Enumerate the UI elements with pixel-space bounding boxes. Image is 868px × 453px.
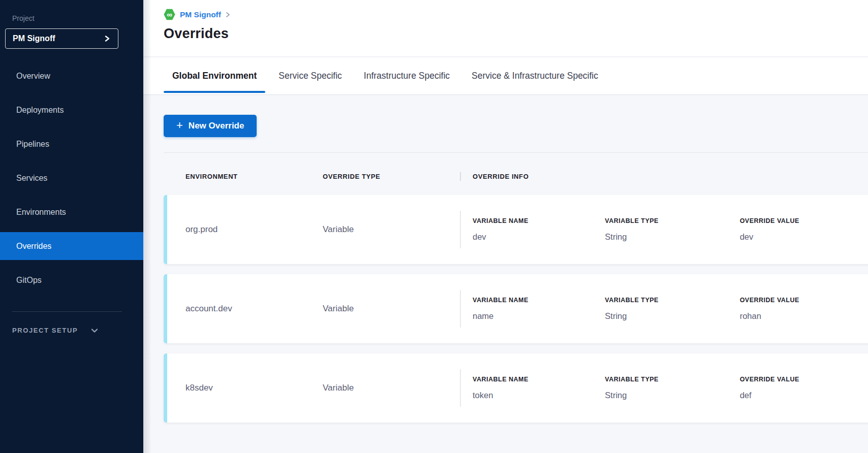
- info-value: dev: [740, 232, 868, 242]
- row-override-info: VARIABLE NAME dev VARIABLE TYPE String O…: [461, 217, 868, 242]
- row-accent-bar: [164, 274, 167, 343]
- page-header: ∞ PM Signoff Overrides: [143, 0, 868, 57]
- info-label: VARIABLE TYPE: [605, 217, 739, 224]
- override-type-tabs: Global Environment Service Specific Infr…: [143, 57, 868, 95]
- column-environment: ENVIRONMENT: [185, 173, 323, 180]
- row-override-info: VARIABLE NAME token VARIABLE TYPE String…: [461, 376, 868, 400]
- chevron-right-icon: [104, 35, 110, 42]
- sidebar-item-gitops[interactable]: GitOps: [0, 266, 143, 294]
- tab-service-infrastructure-specific[interactable]: Service & Infrastructure Specific: [463, 57, 607, 94]
- project-sidebar: Project PM Signoff Overview Deployments …: [0, 0, 143, 453]
- row-override-type: Variable: [323, 383, 460, 393]
- sidebar-item-label: Overview: [16, 72, 50, 81]
- project-setup-toggle[interactable]: PROJECT SETUP: [0, 327, 143, 334]
- tab-service-specific[interactable]: Service Specific: [270, 57, 351, 94]
- project-label: Project: [0, 10, 143, 28]
- sidebar-item-label: Environments: [16, 208, 66, 217]
- info-label: VARIABLE TYPE: [605, 376, 739, 383]
- project-selector-value: PM Signoff: [13, 34, 55, 43]
- plus-icon: +: [176, 120, 183, 131]
- info-value: String: [605, 232, 739, 242]
- row-accent-bar: [164, 353, 167, 423]
- info-override-value: OVERRIDE VALUE rohan: [740, 297, 868, 321]
- breadcrumb-project-link[interactable]: PM Signoff: [180, 10, 221, 19]
- row-override-info: VARIABLE NAME name VARIABLE TYPE String …: [461, 297, 868, 321]
- sidebar-item-deployments[interactable]: Deployments: [0, 96, 143, 124]
- row-override-type: Variable: [323, 224, 460, 235]
- info-value: token: [473, 391, 605, 400]
- tab-infrastructure-specific[interactable]: Infrastructure Specific: [355, 57, 458, 94]
- info-label: VARIABLE NAME: [473, 217, 605, 224]
- override-row-k8sdev[interactable]: k8sdev Variable VARIABLE NAME token VARI…: [164, 353, 868, 423]
- cd-module-icon: ∞: [164, 9, 175, 20]
- info-override-value: OVERRIDE VALUE dev: [740, 217, 868, 242]
- sidebar-divider: [12, 311, 122, 312]
- info-variable-type: VARIABLE TYPE String: [605, 297, 739, 321]
- new-override-label: New Override: [189, 121, 244, 131]
- tab-label: Global Environment: [172, 71, 257, 81]
- sidebar-item-environments[interactable]: Environments: [0, 198, 143, 226]
- info-label: VARIABLE NAME: [473, 297, 605, 304]
- sidebar-item-label: Deployments: [16, 106, 64, 115]
- info-value: String: [605, 311, 739, 321]
- tab-label: Service & Infrastructure Specific: [472, 71, 598, 81]
- column-override-info: OVERRIDE INFO: [461, 173, 868, 180]
- table-header-row: ENVIRONMENT OVERRIDE TYPE OVERRIDE INFO: [164, 153, 868, 181]
- info-value: name: [473, 311, 605, 321]
- row-accent-bar: [164, 195, 167, 264]
- app-root: Project PM Signoff Overview Deployments …: [0, 0, 868, 453]
- info-variable-name: VARIABLE NAME token: [473, 376, 605, 400]
- page-title: Overrides: [164, 26, 868, 42]
- sidebar-item-overview[interactable]: Overview: [0, 62, 143, 90]
- info-value: rohan: [740, 311, 868, 321]
- row-environment: account.dev: [185, 304, 323, 314]
- info-variable-type: VARIABLE TYPE String: [605, 217, 739, 242]
- chevron-down-icon: [91, 328, 98, 333]
- info-override-value: OVERRIDE VALUE def: [740, 376, 868, 400]
- new-override-button[interactable]: + New Override: [164, 115, 257, 137]
- breadcrumb-chevron-icon: [226, 12, 230, 18]
- row-environment: k8sdev: [185, 383, 323, 393]
- sidebar-item-label: GitOps: [16, 276, 42, 285]
- info-label: OVERRIDE VALUE: [740, 376, 868, 383]
- main-area: ∞ PM Signoff Overrides Global Environmen…: [143, 0, 868, 453]
- info-variable-type: VARIABLE TYPE String: [605, 376, 739, 400]
- sidebar-item-services[interactable]: Services: [0, 164, 143, 192]
- row-grid: org.prod Variable VARIABLE NAME dev VARI…: [164, 195, 868, 264]
- project-setup-label: PROJECT SETUP: [12, 327, 78, 334]
- row-environment: org.prod: [185, 224, 323, 235]
- sidebar-item-label: Pipelines: [16, 140, 49, 149]
- sidebar-item-label: Overrides: [16, 242, 51, 251]
- breadcrumb: ∞ PM Signoff: [164, 9, 868, 20]
- tab-global-environment[interactable]: Global Environment: [164, 57, 265, 94]
- info-label: OVERRIDE VALUE: [740, 217, 868, 224]
- tab-label: Service Specific: [278, 71, 342, 81]
- info-label: VARIABLE NAME: [473, 376, 605, 383]
- column-override-type: OVERRIDE TYPE: [323, 173, 460, 180]
- row-grid: account.dev Variable VARIABLE NAME name …: [164, 274, 868, 343]
- sidebar-item-label: Services: [16, 174, 47, 183]
- sidebar-item-overrides[interactable]: Overrides: [0, 232, 143, 260]
- sidebar-item-pipelines[interactable]: Pipelines: [0, 130, 143, 158]
- override-row-account-dev[interactable]: account.dev Variable VARIABLE NAME name …: [164, 274, 868, 343]
- project-selector[interactable]: PM Signoff: [5, 28, 118, 49]
- tab-label: Infrastructure Specific: [364, 71, 450, 81]
- info-label: VARIABLE TYPE: [605, 297, 739, 304]
- row-override-type: Variable: [323, 304, 460, 314]
- info-value: String: [605, 391, 739, 400]
- info-value: def: [740, 391, 868, 400]
- sidebar-nav: Overview Deployments Pipelines Services …: [0, 62, 143, 294]
- info-label: OVERRIDE VALUE: [740, 297, 868, 304]
- info-variable-name: VARIABLE NAME dev: [473, 217, 605, 242]
- overrides-content: + New Override ENVIRONMENT OVERRIDE TYPE…: [143, 95, 868, 453]
- row-grid: k8sdev Variable VARIABLE NAME token VARI…: [164, 353, 868, 423]
- override-row-org-prod[interactable]: org.prod Variable VARIABLE NAME dev VARI…: [164, 195, 868, 264]
- info-variable-name: VARIABLE NAME name: [473, 297, 605, 321]
- info-value: dev: [473, 232, 605, 242]
